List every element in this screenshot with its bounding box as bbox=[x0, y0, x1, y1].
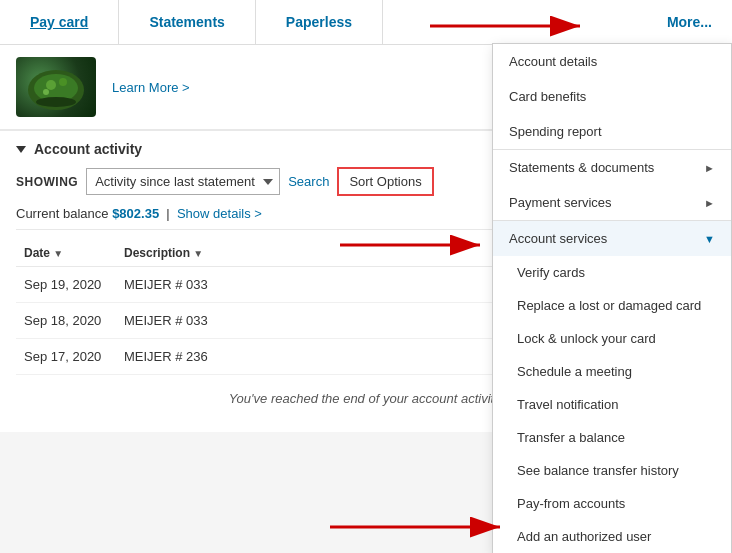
cell-date: Sep 19, 2020 bbox=[16, 267, 116, 303]
promo-text: Learn More > bbox=[112, 80, 190, 95]
nav-more[interactable]: More... bbox=[647, 0, 732, 44]
dropdown-pay-from-accounts[interactable]: Pay-from accounts bbox=[493, 487, 731, 520]
cell-date: Sep 17, 2020 bbox=[16, 339, 116, 375]
chevron-right-icon: ► bbox=[704, 197, 715, 209]
dropdown-spending-report[interactable]: Spending report bbox=[493, 114, 731, 149]
svg-point-8 bbox=[46, 80, 56, 90]
show-details-link[interactable]: Show details > bbox=[177, 206, 262, 221]
svg-point-9 bbox=[59, 78, 67, 86]
balance-label: Current balance bbox=[16, 206, 109, 221]
nav-paperless[interactable]: Paperless bbox=[256, 0, 383, 44]
balance-value: $802.35 bbox=[112, 206, 159, 221]
dropdown-account-services[interactable]: Account services ▼ bbox=[493, 220, 731, 256]
food-image-icon bbox=[21, 60, 91, 115]
col-header-date: Date ▼ bbox=[16, 240, 116, 267]
dropdown-card-benefits[interactable]: Card benefits bbox=[493, 79, 731, 114]
sort-desc-icon[interactable]: ▼ bbox=[193, 248, 203, 259]
dropdown-travel-notification[interactable]: Travel notification bbox=[493, 388, 731, 421]
nav-statements[interactable]: Statements bbox=[119, 0, 255, 44]
red-arrow-auth-user-icon bbox=[320, 507, 520, 547]
dropdown-replace-card[interactable]: Replace a lost or damaged card bbox=[493, 289, 731, 322]
dropdown-payment-services[interactable]: Payment services ► bbox=[493, 185, 731, 220]
top-navigation: Pay card Statements Paperless More... bbox=[0, 0, 732, 45]
dropdown-lock-unlock[interactable]: Lock & unlock your card bbox=[493, 322, 731, 355]
svg-point-11 bbox=[36, 97, 76, 107]
chevron-right-icon: ► bbox=[704, 162, 715, 174]
showing-label: SHOWING bbox=[16, 175, 78, 189]
dropdown-schedule-meeting[interactable]: Schedule a meeting bbox=[493, 355, 731, 388]
dropdown-add-authorized-user[interactable]: Add an authorized user bbox=[493, 520, 731, 553]
search-link[interactable]: Search bbox=[288, 174, 329, 189]
dropdown-statements-docs[interactable]: Statements & documents ► bbox=[493, 149, 731, 185]
activity-filter-select[interactable]: Activity since last statement bbox=[86, 168, 280, 195]
more-dropdown-menu: Account details Card benefits Spending r… bbox=[492, 43, 732, 553]
sort-date-icon[interactable]: ▼ bbox=[53, 248, 63, 259]
sort-options-button[interactable]: Sort Options bbox=[337, 167, 433, 196]
activity-title: Account activity bbox=[34, 141, 142, 157]
dropdown-balance-transfer-history[interactable]: See balance transfer history bbox=[493, 454, 731, 487]
dropdown-verify-cards[interactable]: Verify cards bbox=[493, 256, 731, 289]
collapse-icon[interactable] bbox=[16, 146, 26, 153]
svg-point-10 bbox=[43, 89, 49, 95]
dropdown-account-details[interactable]: Account details bbox=[493, 44, 731, 79]
chevron-down-icon: ▼ bbox=[704, 233, 715, 245]
nav-paycard[interactable]: Pay card bbox=[0, 0, 119, 44]
learn-more-link[interactable]: Learn More > bbox=[112, 80, 190, 95]
dropdown-transfer-balance[interactable]: Transfer a balance bbox=[493, 421, 731, 454]
cell-date: Sep 18, 2020 bbox=[16, 303, 116, 339]
promo-image bbox=[16, 57, 96, 117]
